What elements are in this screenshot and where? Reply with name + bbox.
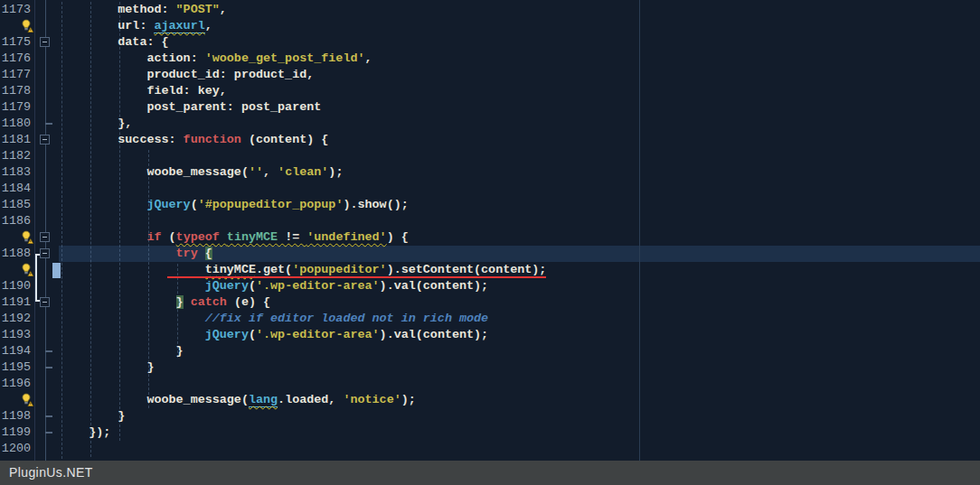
code-token: } bbox=[60, 360, 154, 374]
code-token: jQuery bbox=[146, 198, 190, 211]
line-number: 1181 bbox=[0, 132, 31, 148]
line-number: 1176 bbox=[0, 51, 31, 67]
code-token: jQuery bbox=[205, 279, 249, 293]
code-token: try bbox=[176, 247, 198, 260]
code-token: .loaded, bbox=[278, 393, 343, 406]
line-number: 1191 bbox=[0, 294, 31, 311]
code-token: 'clean' bbox=[278, 165, 328, 179]
line-number: 1173 bbox=[0, 2, 31, 18]
line-number: 1185 bbox=[0, 197, 31, 213]
code-line: } bbox=[60, 408, 125, 424]
code-token: , bbox=[365, 51, 372, 65]
code-token: }, bbox=[60, 117, 132, 130]
code-line: action: 'woobe_get_post_field', bbox=[60, 51, 372, 67]
line-number: 1182 bbox=[0, 148, 31, 164]
code-line: try { bbox=[60, 246, 212, 262]
code-token: != bbox=[278, 230, 306, 244]
code-token: } bbox=[176, 295, 184, 309]
code-line: jQuery('#popupeditor_popup').show(); bbox=[60, 197, 409, 213]
code-token: jQuery bbox=[205, 328, 249, 341]
code-token bbox=[60, 198, 146, 211]
fold-collapse-icon[interactable] bbox=[40, 232, 50, 242]
fold-collapse-icon[interactable] bbox=[40, 248, 50, 258]
code-token: ).val(content); bbox=[380, 279, 489, 293]
code-token bbox=[60, 279, 205, 293]
line-number: 1186 bbox=[0, 213, 31, 229]
code-token: ); bbox=[401, 393, 416, 406]
code-token: ); bbox=[328, 165, 343, 179]
code-token: }); bbox=[60, 425, 110, 439]
line-number: 1175 bbox=[0, 34, 31, 51]
code-line: jQuery('.wp-editor-area').val(content); bbox=[60, 278, 488, 294]
text-caret bbox=[52, 263, 61, 278]
code-token: '.wp-editor-area' bbox=[256, 328, 380, 341]
status-bar: PluginUs.NET bbox=[0, 461, 980, 485]
code-token: post_parent: post_parent bbox=[60, 100, 321, 114]
code-token: , bbox=[205, 19, 212, 33]
code-token: ) { bbox=[387, 230, 409, 244]
warning-bulb-icon[interactable] bbox=[20, 393, 33, 406]
code-token: if bbox=[146, 230, 161, 244]
code-token: ( bbox=[191, 198, 198, 211]
line-number: 1179 bbox=[0, 99, 31, 116]
code-token: method: bbox=[60, 3, 176, 16]
code-token: typeof bbox=[176, 230, 220, 244]
code-token: "POST" bbox=[176, 3, 220, 16]
warning-bulb-icon[interactable] bbox=[20, 19, 33, 33]
warning-bulb-icon[interactable] bbox=[20, 263, 33, 276]
code-line: if (typeof tinyMCE != 'undefined') { bbox=[60, 229, 409, 246]
warning-bulb-icon[interactable] bbox=[20, 230, 33, 244]
code-token: ( bbox=[162, 230, 176, 244]
code-token: { bbox=[205, 247, 212, 260]
code-line: method: "POST", bbox=[60, 2, 227, 18]
code-line: }); bbox=[60, 424, 110, 441]
code-token: '.wp-editor-area' bbox=[256, 279, 380, 293]
line-number: 1195 bbox=[0, 359, 31, 376]
code-token: url: bbox=[60, 19, 154, 33]
code-token bbox=[60, 263, 205, 276]
code-line: woobe_message(lang.loaded, 'notice'); bbox=[60, 392, 416, 408]
code-line: success: function (content) { bbox=[60, 132, 328, 148]
code-line: url: ajaxurl, bbox=[60, 18, 212, 34]
fold-collapse-icon[interactable] bbox=[40, 37, 50, 47]
fold-collapse-icon[interactable] bbox=[40, 135, 50, 145]
line-number: 1194 bbox=[0, 343, 31, 359]
fold-end-corner bbox=[45, 367, 52, 368]
code-token: , bbox=[220, 3, 227, 16]
code-line: } bbox=[60, 343, 184, 359]
code-token bbox=[220, 230, 227, 244]
fold-collapse-icon[interactable] bbox=[40, 297, 50, 307]
line-number: 1193 bbox=[0, 327, 31, 343]
code-line: } bbox=[60, 359, 154, 376]
error-underline bbox=[167, 276, 546, 278]
code-token: ).val(content); bbox=[380, 328, 489, 341]
editor-pane[interactable]: 1173 method: "POST", url: ajaxurl,1175 d… bbox=[0, 0, 980, 461]
code-line: product_id: product_id, bbox=[60, 67, 314, 83]
code-token: (content) { bbox=[241, 133, 328, 146]
code-token: tinyMCE bbox=[205, 263, 256, 276]
code-token bbox=[60, 328, 205, 341]
code-token: //fix if editor loaded not in rich mode bbox=[205, 312, 488, 325]
code-line: jQuery('.wp-editor-area').val(content); bbox=[60, 327, 488, 343]
code-token: } bbox=[60, 409, 125, 423]
code-token: function bbox=[184, 133, 241, 146]
code-line: //fix if editor loaded not in rich mode bbox=[60, 311, 488, 327]
line-number: 1188 bbox=[0, 246, 31, 262]
code-token: .get( bbox=[256, 263, 292, 276]
code-line: } catch (e) { bbox=[60, 294, 270, 311]
code-token: 'undefined' bbox=[306, 230, 386, 244]
fold-guide-line bbox=[45, 0, 46, 461]
gutter-separator bbox=[34, 0, 35, 461]
fold-end-corner bbox=[45, 415, 52, 417]
code-token: data: { bbox=[60, 35, 169, 49]
code-token: ( bbox=[249, 328, 256, 341]
code-token: field: key, bbox=[60, 84, 227, 98]
code-token: success: bbox=[60, 133, 184, 146]
line-number: 1196 bbox=[0, 376, 31, 392]
fold-end-corner bbox=[45, 123, 52, 125]
code-token: lang bbox=[249, 393, 278, 407]
line-number: 1178 bbox=[0, 83, 31, 99]
fold-range-indicator bbox=[35, 254, 42, 302]
code-token: woobe_message( bbox=[60, 165, 249, 179]
code-token bbox=[60, 312, 205, 325]
